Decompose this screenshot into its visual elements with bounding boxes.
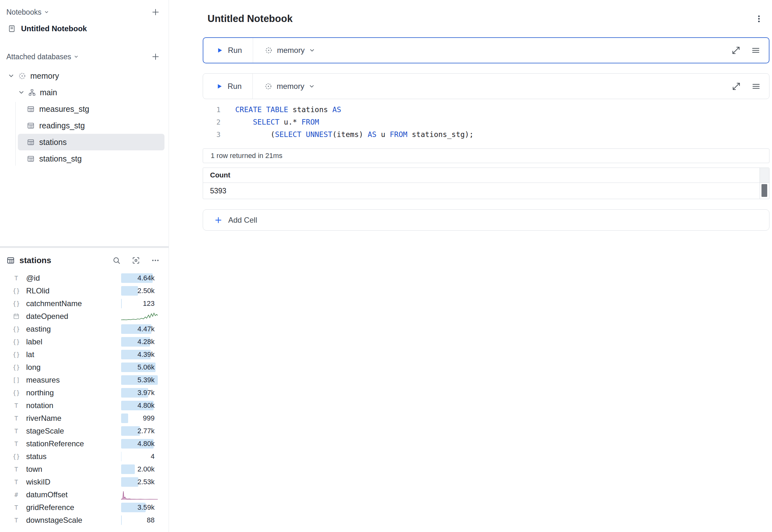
notebook-cell-1[interactable]: Run memory: [203, 37, 769, 63]
database-selector[interactable]: memory: [253, 46, 315, 55]
memory-database-icon: [264, 82, 272, 90]
column-count-bar: 4.64k: [121, 273, 158, 283]
code-line[interactable]: 1CREATE TABLE stations AS: [203, 104, 769, 116]
object-icon: {}: [12, 364, 20, 371]
focus-icon[interactable]: [132, 256, 140, 265]
add-notebook-button[interactable]: [151, 7, 160, 17]
line-sparkline: [121, 312, 158, 321]
column-row-wiskiID[interactable]: TwiskiID2.53k: [0, 476, 169, 488]
sidebar-database-memory[interactable]: memory: [0, 68, 169, 84]
column-count-bar: 3.59k: [121, 503, 158, 512]
chevron-down-icon[interactable]: [8, 72, 15, 79]
column-row-stationReference[interactable]: TstationReference4.80k: [0, 437, 169, 450]
column-row-easting[interactable]: {}easting4.47k: [0, 323, 169, 335]
code-line[interactable]: 3 (SELECT UNNEST(items) AS u FROM statio…: [203, 128, 769, 141]
object-icon: {}: [12, 389, 20, 396]
count-bar-fill: [121, 515, 122, 525]
code-line[interactable]: 2 SELECT u.* FROM: [203, 116, 769, 128]
number-icon: #: [12, 491, 20, 498]
page-title: Untitled Notebook: [207, 13, 754, 25]
column-row-RLOlid[interactable]: {}RLOlid2.50k: [0, 284, 169, 297]
column-count: 4.39k: [137, 350, 155, 359]
column-explorer-panel: stations T@id4.64k{}RLOlid2.50k{}catchme…: [0, 248, 169, 532]
notebooks-dropdown[interactable]: Notebooks: [6, 8, 49, 17]
column-count: 4.28k: [137, 337, 155, 347]
sidebar-table-measures_stg[interactable]: measures_stg: [18, 101, 164, 117]
column-row-catchmentName[interactable]: {}catchmentName123: [0, 297, 169, 310]
database-selector[interactable]: memory: [253, 82, 315, 91]
column-count: 4.47k: [137, 324, 155, 334]
scrollbar-track[interactable]: [760, 183, 769, 199]
chevron-down-icon: [74, 54, 79, 59]
column-count-bar: 4.47k: [121, 324, 158, 334]
sidebar: Notebooks Untitled Notebook Atta: [0, 0, 169, 532]
attach-database-button[interactable]: [151, 52, 160, 61]
column-count: 4.80k: [137, 439, 155, 449]
add-cell-button[interactable]: Add Cell: [203, 209, 769, 231]
column-row-downstageScale[interactable]: TdownstageScale88: [0, 514, 169, 527]
column-row-notation[interactable]: Tnotation4.80k: [0, 399, 169, 412]
chevron-down-icon[interactable]: [18, 89, 25, 96]
sidebar-table-readings_stg[interactable]: readings_stg: [18, 117, 164, 134]
column-row-town[interactable]: Ttown2.00k: [0, 463, 169, 476]
text-icon: T: [12, 402, 20, 409]
cell-menu-icon[interactable]: [751, 46, 761, 55]
line-number: 1: [203, 104, 220, 116]
column-row-lat[interactable]: {}lat4.39k: [0, 348, 169, 361]
column-count-bar: 2.00k: [121, 464, 158, 474]
more-horizontal-icon[interactable]: [151, 256, 160, 265]
expand-cell-icon[interactable]: [731, 46, 741, 55]
sidebar-table-stations_stg[interactable]: stations_stg: [18, 150, 164, 167]
chevron-down-icon: [44, 10, 49, 15]
column-row-riverName[interactable]: TriverName999: [0, 412, 169, 425]
sidebar-item-untitled-notebook[interactable]: Untitled Notebook: [0, 20, 169, 38]
search-icon[interactable]: [112, 256, 121, 265]
play-icon: [216, 83, 223, 90]
column-row-dateOpened[interactable]: dateOpened: [0, 310, 169, 323]
result-column-header[interactable]: Count: [203, 168, 760, 183]
cell-menu-icon[interactable]: [751, 82, 761, 91]
notebook-cell-2[interactable]: Run memory: [203, 73, 769, 199]
expand-cell-icon[interactable]: [732, 82, 741, 91]
line-number: 2: [203, 116, 220, 128]
object-icon: {}: [12, 338, 20, 345]
run-button[interactable]: Run: [203, 38, 253, 63]
attached-databases-dropdown[interactable]: Attached databases: [6, 53, 79, 61]
run-label: Run: [227, 82, 242, 91]
text-icon: T: [12, 415, 20, 422]
column-count: 88: [147, 515, 155, 525]
column-row-status[interactable]: {}status4: [0, 450, 169, 463]
run-button[interactable]: Run: [203, 74, 252, 99]
column-count: 3.59k: [137, 503, 155, 512]
text-icon: T: [12, 440, 20, 447]
object-icon: {}: [12, 300, 20, 307]
column-row-gridReference[interactable]: TgridReference3.59k: [0, 501, 169, 514]
column-row-measures[interactable]: []measures5.39k: [0, 374, 169, 386]
schema-icon: [28, 89, 36, 97]
sidebar-schema-main[interactable]: main: [0, 84, 169, 101]
column-row-stageScale[interactable]: TstageScale2.77k: [0, 425, 169, 437]
histogram-sparkline: [121, 490, 158, 500]
column-row-label[interactable]: {}label4.28k: [0, 335, 169, 348]
column-name: easting: [26, 325, 121, 334]
column-row-@id[interactable]: T@id4.64k: [0, 272, 169, 284]
result-table-header: Count: [203, 168, 769, 183]
column-name: catchmentName: [26, 299, 121, 308]
sidebar-table-stations[interactable]: stations: [18, 134, 164, 150]
notebooks-label: Notebooks: [6, 8, 41, 17]
cell-2-toolbar: Run memory: [203, 74, 769, 99]
code-editor[interactable]: 1CREATE TABLE stations AS2 SELECT u.* FR…: [203, 99, 769, 145]
notebook-menu-kebab-icon[interactable]: [754, 14, 764, 24]
column-name: datumOffset: [26, 490, 121, 499]
result-table-row[interactable]: 5393: [203, 183, 769, 199]
count-bar-fill: [121, 477, 138, 487]
column-name: dateOpened: [26, 312, 121, 321]
scrollbar-thumb[interactable]: [761, 184, 767, 197]
column-row-northing[interactable]: {}northing3.97k: [0, 386, 169, 399]
text-icon: T: [12, 466, 20, 473]
result-cell-count: 5393: [203, 183, 760, 199]
column-row-long[interactable]: {}long5.06k: [0, 361, 169, 374]
column-row-datumOffset[interactable]: #datumOffset: [0, 488, 169, 501]
column-name: status: [26, 452, 121, 461]
column-count-bar: 5.39k: [121, 375, 158, 385]
